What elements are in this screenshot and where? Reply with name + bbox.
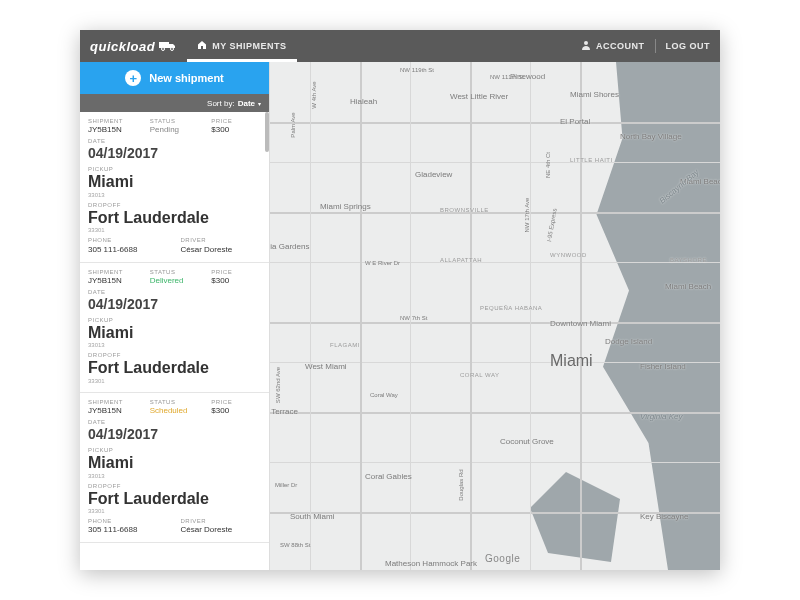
map-label: CORAL WAY <box>460 372 500 378</box>
svg-rect-0 <box>159 42 169 48</box>
sort-label: Sort by: <box>207 99 235 108</box>
road <box>270 322 720 324</box>
home-icon <box>197 40 207 52</box>
lbl-status: STATUS <box>150 399 200 406</box>
val-shipment: JY5B15N <box>88 125 138 134</box>
val-driver: César Doreste <box>181 245 262 254</box>
val-status: Delivered <box>150 276 200 285</box>
road <box>270 212 720 214</box>
truck-icon <box>159 41 177 51</box>
scrollbar-thumb[interactable] <box>265 112 269 152</box>
lbl-date: DATE <box>88 138 261 145</box>
map-label: Coconut Grove <box>500 437 554 446</box>
val-dropoff-zip: 33301 <box>88 227 261 233</box>
map-road-label: Coral Way <box>370 392 398 398</box>
val-dropoff: Fort Lauderdale <box>88 209 261 227</box>
val-pickup: Miami <box>88 324 261 342</box>
map-label: Coral Terrace <box>270 407 298 416</box>
map-label: WYNWOOD <box>550 252 587 258</box>
map-label: Miami Beach <box>665 282 711 291</box>
map-label: ALLAPATTAH <box>440 257 482 263</box>
val-pickup: Miami <box>88 454 261 472</box>
val-price: $300 <box>211 406 261 415</box>
logo[interactable]: quickload <box>80 39 187 54</box>
topbar: quickload MY SHIPMENTS ACCOUNT LOG OUT <box>80 30 720 62</box>
map-label: Fisher Island <box>640 362 686 371</box>
map-label: Downtown Miami <box>550 319 611 328</box>
map[interactable]: Hialeah West Little River Miami Shores P… <box>270 62 720 570</box>
sidebar: + New shipment Sort by: Date ▾ SHIPMENTJ… <box>80 62 270 570</box>
map-road-label: Douglas Rd <box>458 469 464 500</box>
new-shipment-button[interactable]: + New shipment <box>80 62 269 94</box>
lbl-status: STATUS <box>150 118 200 125</box>
shipment-list[interactable]: SHIPMENTJY5B15N STATUSPending PRICE$300 … <box>80 112 269 570</box>
val-date: 04/19/2017 <box>88 145 261 162</box>
road <box>270 162 720 163</box>
road <box>270 122 720 124</box>
lbl-dropoff: DROPOFF <box>88 202 261 209</box>
lbl-shipment: SHIPMENT <box>88 399 138 406</box>
road <box>310 62 311 570</box>
val-pickup-zip: 33013 <box>88 342 261 348</box>
map-label: PEQUEÑA HABANA <box>480 305 542 311</box>
val-status: Scheduled <box>150 406 200 415</box>
map-label: Hialeah <box>350 97 377 106</box>
map-label: West Miami <box>305 362 347 371</box>
val-price: $300 <box>211 276 261 285</box>
new-shipment-label: New shipment <box>149 72 224 84</box>
sort-bar[interactable]: Sort by: Date ▾ <box>80 94 269 112</box>
lbl-phone: PHONE <box>88 237 169 244</box>
map-road-label: W E River Dr <box>365 260 400 266</box>
lbl-date: DATE <box>88 419 261 426</box>
shipment-card[interactable]: SHIPMENTJY5B15N STATUSPending PRICE$300 … <box>80 112 269 263</box>
tab-label: MY SHIPMENTS <box>212 41 286 51</box>
tab-my-shipments[interactable]: MY SHIPMENTS <box>187 30 296 62</box>
sort-value: Date <box>238 99 255 108</box>
map-label: Gladeview <box>415 170 452 179</box>
map-label: Miami Springs <box>320 202 371 211</box>
map-road-label: NW 17th Ave <box>524 198 530 233</box>
val-date: 04/19/2017 <box>88 296 261 313</box>
val-phone: 305 111-6688 <box>88 245 169 254</box>
shipment-card[interactable]: SHIPMENTJY5B15N STATUSScheduled PRICE$30… <box>80 393 269 544</box>
val-shipment: JY5B15N <box>88 276 138 285</box>
logout-link[interactable]: LOG OUT <box>656 41 721 51</box>
val-date: 04/19/2017 <box>88 426 261 443</box>
lbl-date: DATE <box>88 289 261 296</box>
map-label: West Little River <box>450 92 508 101</box>
water-lake <box>530 472 620 562</box>
app-window: quickload MY SHIPMENTS ACCOUNT LOG OUT <box>80 30 720 570</box>
lbl-price: PRICE <box>211 399 261 406</box>
lbl-driver: DRIVER <box>181 237 262 244</box>
map-city-label: Miami <box>550 352 593 370</box>
map-label: Matheson Hammock Park <box>385 559 477 568</box>
google-attribution: Google <box>485 553 520 564</box>
val-status: Pending <box>150 125 200 134</box>
person-icon <box>581 40 591 52</box>
val-price: $300 <box>211 125 261 134</box>
svg-point-2 <box>171 48 174 51</box>
lbl-dropoff: DROPOFF <box>88 352 261 359</box>
map-label: Key Biscayne <box>640 512 688 521</box>
map-road-label: W 4th Ave <box>311 81 317 108</box>
map-road-label: SW 88th St <box>280 542 310 548</box>
road <box>580 62 582 570</box>
map-label: Dodge Island <box>605 337 652 346</box>
val-pickup-zip: 33013 <box>88 473 261 479</box>
map-label: North Bay Village <box>620 132 682 141</box>
map-road-label: NE 4th Ct <box>545 152 551 178</box>
map-label: LITTLE HAITI <box>570 157 613 163</box>
shipment-card[interactable]: SHIPMENTJY5B15N STATUSDelivered PRICE$30… <box>80 263 269 393</box>
val-dropoff: Fort Lauderdale <box>88 359 261 377</box>
val-pickup-zip: 33013 <box>88 192 261 198</box>
map-label: El Portal <box>560 117 590 126</box>
map-label: South Miami <box>290 512 334 521</box>
account-link[interactable]: ACCOUNT <box>571 40 655 52</box>
lbl-phone: PHONE <box>88 518 169 525</box>
lbl-price: PRICE <box>211 118 261 125</box>
val-driver: César Doreste <box>181 525 262 534</box>
val-shipment: JY5B15N <box>88 406 138 415</box>
road <box>530 62 531 570</box>
map-label: BAYSHORE <box>670 257 707 263</box>
map-road-label: NW 111th St <box>490 74 524 80</box>
